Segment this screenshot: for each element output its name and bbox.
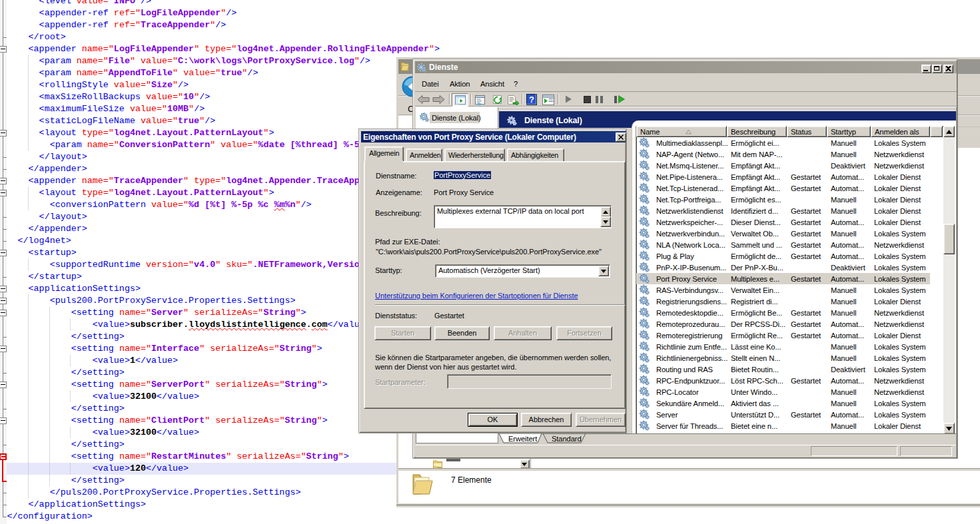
svg-text:?: ? bbox=[529, 95, 534, 105]
